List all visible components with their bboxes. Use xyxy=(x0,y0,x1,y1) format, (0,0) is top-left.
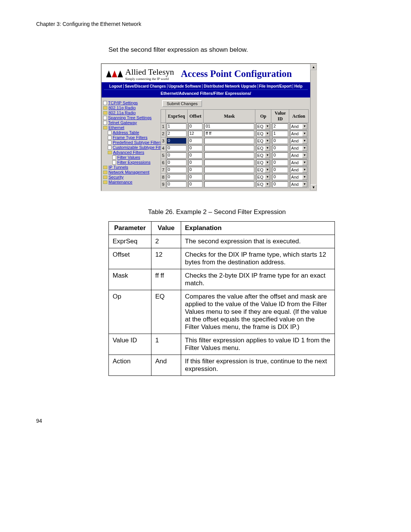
nav-item[interactable]: Telnet Gateway xyxy=(103,120,160,125)
text-input[interactable]: ff ff xyxy=(204,131,254,137)
text-input[interactable]: 0 xyxy=(188,181,203,187)
text-input[interactable] xyxy=(204,138,254,144)
nav-item[interactable]: Network Management xyxy=(103,170,160,175)
top-menu-item[interactable]: Help xyxy=(293,84,304,88)
dropdown[interactable]: And▼ xyxy=(290,123,307,129)
dropdown[interactable]: And▼ xyxy=(290,167,307,173)
chevron-down-icon[interactable]: ▼ xyxy=(265,153,270,158)
nav-item[interactable]: Advanced Filters xyxy=(108,150,160,155)
chevron-down-icon[interactable]: ▼ xyxy=(302,124,307,129)
chevron-down-icon[interactable]: ▼ xyxy=(302,167,307,173)
chevron-down-icon[interactable]: ▼ xyxy=(302,182,307,187)
top-menu-item[interactable]: Logout xyxy=(108,84,124,88)
text-input[interactable]: 0 xyxy=(272,152,288,158)
dropdown[interactable]: EQ▼ xyxy=(256,181,270,187)
top-menu-item[interactable]: Distributed Network Upgrade xyxy=(202,84,258,88)
text-input[interactable]: 2 xyxy=(167,131,186,137)
text-input[interactable]: 0 xyxy=(167,138,186,144)
chevron-down-icon[interactable]: ▼ xyxy=(265,131,270,136)
text-input[interactable]: 0 xyxy=(167,145,186,151)
chevron-down-icon[interactable]: ▼ xyxy=(265,174,270,180)
text-input[interactable]: 0 xyxy=(167,152,186,158)
text-input[interactable]: 0 xyxy=(188,174,203,180)
dropdown[interactable]: EQ▼ xyxy=(256,138,270,144)
chevron-down-icon[interactable]: ▼ xyxy=(302,145,307,151)
dropdown[interactable]: And▼ xyxy=(290,138,307,144)
scroll-down-icon[interactable]: ▼ xyxy=(311,184,317,190)
dropdown[interactable]: EQ▼ xyxy=(256,174,270,180)
chevron-down-icon[interactable]: ▼ xyxy=(302,131,307,136)
text-input[interactable]: 1 xyxy=(167,123,186,129)
dropdown[interactable]: EQ▼ xyxy=(256,167,270,173)
text-input[interactable]: 0 xyxy=(272,145,288,151)
nav-item[interactable]: Spanning Tree Settings xyxy=(103,115,160,120)
submit-changes-button[interactable]: Submit Changes xyxy=(162,100,202,107)
text-input[interactable] xyxy=(204,152,254,158)
chevron-down-icon[interactable]: ▼ xyxy=(302,153,307,158)
chevron-down-icon[interactable]: ▼ xyxy=(265,160,270,165)
text-input[interactable]: 0 xyxy=(188,152,203,158)
text-input[interactable]: 0 xyxy=(167,181,186,187)
dropdown[interactable]: EQ▼ xyxy=(256,123,270,129)
text-input[interactable]: 0 xyxy=(272,160,288,166)
nav-item[interactable]: Address Table xyxy=(108,130,160,135)
dropdown[interactable]: EQ▼ xyxy=(256,152,270,158)
text-input[interactable]: 0 xyxy=(188,145,203,151)
text-input[interactable]: 0 xyxy=(167,167,186,173)
dropdown[interactable]: EQ▼ xyxy=(256,131,270,137)
vertical-scrollbar[interactable]: ▲ ▼ xyxy=(310,64,316,190)
scroll-up-icon[interactable]: ▲ xyxy=(311,64,317,70)
nav-item[interactable]: Maintenance xyxy=(103,180,160,185)
text-input[interactable]: 0 xyxy=(188,167,203,173)
text-input[interactable] xyxy=(204,181,254,187)
chevron-down-icon[interactable]: ▼ xyxy=(265,145,270,151)
dropdown[interactable]: And▼ xyxy=(290,145,307,151)
top-menu-item[interactable]: Upgrade Software xyxy=(167,84,203,88)
text-input[interactable]: 0 xyxy=(272,138,288,144)
dropdown[interactable]: And▼ xyxy=(290,181,307,187)
text-input[interactable]: 01 xyxy=(204,123,254,129)
nav-item[interactable]: Filter Values xyxy=(112,155,160,160)
dropdown[interactable]: EQ▼ xyxy=(256,160,270,166)
text-input[interactable]: 12 xyxy=(188,131,203,137)
nav-item[interactable]: Filter Expressions xyxy=(112,160,160,165)
nav-item[interactable]: TCP/IP Settings xyxy=(103,101,160,105)
chevron-down-icon[interactable]: ▼ xyxy=(302,174,307,180)
top-menu-item[interactable]: File Import/Export xyxy=(258,84,293,88)
top-menu-item[interactable]: Save/Discard Changes xyxy=(124,84,167,88)
text-input[interactable]: 0 xyxy=(272,181,288,187)
dropdown[interactable]: And▼ xyxy=(290,152,307,158)
nav-item[interactable]: 802.11a Radio xyxy=(103,110,160,115)
text-input[interactable] xyxy=(204,167,254,173)
text-input[interactable]: 2 xyxy=(272,123,288,129)
text-input[interactable] xyxy=(204,174,254,180)
dropdown[interactable]: And▼ xyxy=(290,174,307,180)
text-input[interactable]: 0 xyxy=(272,174,288,180)
text-input[interactable]: 0 xyxy=(167,160,186,166)
text-input[interactable]: 0 xyxy=(188,123,203,129)
text-input[interactable]: 0 xyxy=(188,138,203,144)
chevron-down-icon[interactable]: ▼ xyxy=(265,124,270,129)
chevron-down-icon[interactable]: ▼ xyxy=(265,167,270,173)
filter-expressions-table: ExprSeqOffsetMaskOpValue IDAction 11001E… xyxy=(161,109,309,188)
dropdown[interactable]: EQ▼ xyxy=(256,145,270,151)
nav-item[interactable]: Customizable Subtype Filters xyxy=(108,145,160,150)
text-input[interactable] xyxy=(204,160,254,166)
text-input[interactable]: 1 xyxy=(272,131,288,137)
nav-item[interactable]: Predefined Subtype Filters xyxy=(108,140,160,145)
chevron-down-icon[interactable]: ▼ xyxy=(302,138,307,144)
nav-item[interactable]: 802.11g Radio xyxy=(103,105,160,110)
text-input[interactable] xyxy=(204,145,254,151)
nav-item[interactable]: IP Tunnels xyxy=(103,165,160,170)
text-input[interactable]: 0 xyxy=(188,160,203,166)
nav-item[interactable]: Security xyxy=(103,175,160,180)
chevron-down-icon[interactable]: ▼ xyxy=(265,182,270,187)
chevron-down-icon[interactable]: ▼ xyxy=(302,160,307,165)
text-input[interactable]: 0 xyxy=(272,167,288,173)
text-input[interactable]: 0 xyxy=(167,174,186,180)
dropdown[interactable]: And▼ xyxy=(290,131,307,137)
dropdown[interactable]: And▼ xyxy=(290,160,307,166)
chevron-down-icon[interactable]: ▼ xyxy=(265,138,270,144)
nav-item[interactable]: Frame Type Filters xyxy=(108,135,160,140)
nav-item[interactable]: Ethernet xyxy=(103,125,160,130)
